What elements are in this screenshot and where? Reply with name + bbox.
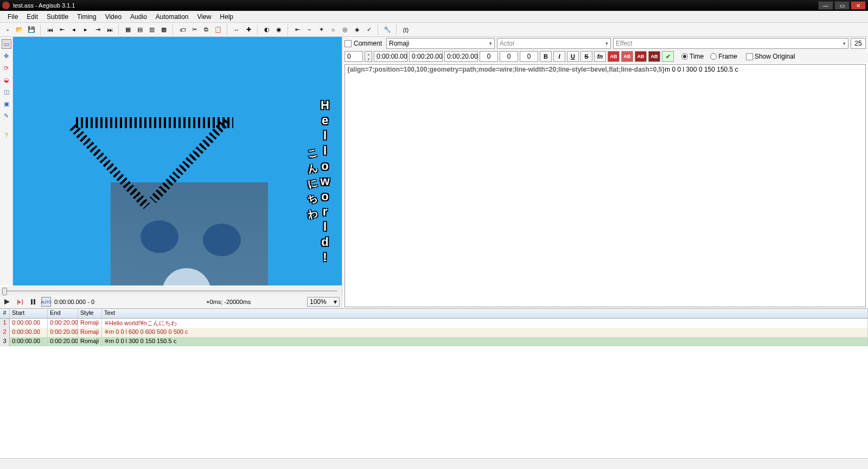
auto3-button[interactable]: ✶ xyxy=(316,24,327,35)
outline-color-button[interactable]: AB xyxy=(635,51,647,62)
jump-keyframe-fwd-button[interactable]: ⇥ xyxy=(92,24,103,35)
close-button[interactable]: ✕ xyxy=(851,1,866,10)
assist2-button[interactable]: ◉ xyxy=(273,24,284,35)
start-time-input[interactable]: 0:00:00.00 xyxy=(374,51,407,62)
col-end[interactable]: End xyxy=(48,309,78,318)
subtitle-text-input[interactable]: {align=7;position=100,100;geometry=path;… xyxy=(344,64,866,307)
show-original-checkbox[interactable] xyxy=(746,53,753,60)
margin-l-input[interactable]: 0 xyxy=(480,51,498,62)
commit-button[interactable]: ✔ xyxy=(662,51,674,62)
menu-subtitle[interactable]: Subtitle xyxy=(42,12,73,22)
table-row[interactable]: 30:00:00.000:00:20.00Romaji※m 0 0 l 300 … xyxy=(0,337,868,346)
layer-input[interactable]: 0 xyxy=(344,51,363,62)
step-back-button[interactable]: ◂ xyxy=(68,24,79,35)
play-button[interactable] xyxy=(2,297,12,307)
primary-color-button[interactable]: AB xyxy=(608,51,620,62)
open-button[interactable]: 📂 xyxy=(14,24,25,35)
col-text[interactable]: Text xyxy=(102,309,868,318)
menu-timing[interactable]: Timing xyxy=(73,12,101,22)
margin-r-input[interactable]: 0 xyxy=(500,51,518,62)
irc-button[interactable]: (t) xyxy=(400,24,411,35)
actor-combo[interactable]: Actor▾ xyxy=(497,38,611,49)
vtool-help[interactable]: ? xyxy=(2,130,11,140)
menu-view[interactable]: View xyxy=(193,12,216,22)
paste-button[interactable]: 📋 xyxy=(213,24,224,35)
secondary-color-button[interactable]: AB xyxy=(621,51,633,62)
time-radio[interactable] xyxy=(681,53,688,60)
frame-radio[interactable] xyxy=(710,53,717,60)
auto2-button[interactable]: ~ xyxy=(304,24,315,35)
grid4-button[interactable]: ▩ xyxy=(158,24,169,35)
menu-help[interactable]: Help xyxy=(215,12,238,22)
strike-button[interactable]: S xyxy=(580,51,592,62)
shadow-color-button[interactable]: AB xyxy=(648,51,660,62)
menu-edit[interactable]: Edit xyxy=(22,12,42,22)
zoom-select[interactable]: 100% ▾ xyxy=(307,297,340,307)
layer-spinner[interactable]: ▴▾ xyxy=(365,51,372,62)
save-button[interactable]: 💾 xyxy=(26,24,37,35)
main-toolbar: ▫📂💾⏮⇤◂▸⇥⏭▦▤▥▩🏷✂⧉📋↔✚◐◉⇤~✶○◎◈✓🔧(t) xyxy=(0,23,868,37)
toolbar-separator xyxy=(257,24,258,35)
grid2-button[interactable]: ▤ xyxy=(135,24,145,35)
style-combo[interactable]: Romaji▾ xyxy=(386,38,495,49)
seek-thumb[interactable] xyxy=(2,288,7,295)
underline-button[interactable]: U xyxy=(567,51,579,62)
options-button[interactable]: 🔧 xyxy=(382,24,393,35)
pause-button[interactable] xyxy=(28,297,38,307)
menu-video[interactable]: Video xyxy=(101,12,126,22)
grid-body[interactable]: 10:00:00.000:00:20.00Romaji※Hello world!… xyxy=(0,319,868,437)
shift-button[interactable]: ↔ xyxy=(231,24,242,35)
menu-automation[interactable]: Automation xyxy=(151,12,193,22)
maximize-button[interactable]: ▭ xyxy=(834,1,850,10)
vtool-cross[interactable]: ✥ xyxy=(2,51,11,61)
grid3-button[interactable]: ▥ xyxy=(146,24,157,35)
col-num[interactable]: # xyxy=(0,309,10,318)
video-seek-slider[interactable] xyxy=(0,287,342,295)
step-fwd-button[interactable]: ▸ xyxy=(80,24,91,35)
comment-checkbox[interactable] xyxy=(344,40,352,47)
auto1-button[interactable]: ⇤ xyxy=(292,24,303,35)
table-row[interactable]: 20:00:00.000:00:20.00Romaji※m 0 0 l 600 … xyxy=(0,328,868,337)
auto7-button[interactable]: ✓ xyxy=(363,24,374,35)
jump-end-button[interactable]: ⏭ xyxy=(104,24,115,35)
style-mgr-button[interactable]: ✚ xyxy=(243,24,254,35)
minimize-button[interactable]: — xyxy=(818,1,833,10)
auto5-button[interactable]: ◎ xyxy=(340,24,350,35)
grid1-button[interactable]: ▦ xyxy=(123,24,133,35)
autoscroll-button[interactable]: AUTO xyxy=(41,297,51,307)
end-time-input[interactable]: 0:00:20.00 xyxy=(409,51,443,62)
vtool-clip-rect[interactable]: ▣ xyxy=(2,99,11,109)
margin-v-input[interactable]: 0 xyxy=(520,51,538,62)
vtool-rotate-xy[interactable]: ◒ xyxy=(2,75,11,85)
table-row[interactable]: 10:00:00.000:00:20.00Romaji※Hello world!… xyxy=(0,319,868,328)
menu-audio[interactable]: Audio xyxy=(126,12,151,22)
toolbar-separator xyxy=(378,24,379,35)
vtool-clip-vec[interactable]: ✎ xyxy=(2,111,11,121)
jump-start-button[interactable]: ⏮ xyxy=(44,24,55,35)
cut-button[interactable]: ✂ xyxy=(189,24,200,35)
vtool-rotate-z[interactable]: ⟳ xyxy=(2,63,11,73)
effect-combo[interactable]: Effect▾ xyxy=(613,38,848,49)
font-button[interactable]: fn xyxy=(594,51,606,62)
menu-file[interactable]: File xyxy=(3,12,22,22)
play-line-button[interactable]: [▸] xyxy=(15,297,25,307)
vtool-pointer[interactable]: ▭ xyxy=(2,39,11,49)
margin-box[interactable]: 25 xyxy=(851,38,866,49)
geometry-path xyxy=(76,117,233,128)
comment-label: Comment xyxy=(354,40,382,47)
window-title: test.ass - Aegisub 3.1.1 xyxy=(13,2,818,9)
italic-button[interactable]: I xyxy=(553,51,565,62)
col-style[interactable]: Style xyxy=(78,309,102,318)
video-preview[interactable]: Helloworld! こんにちわ xyxy=(13,37,342,286)
jump-keyframe-back-button[interactable]: ⇤ xyxy=(56,24,67,35)
copy-button[interactable]: ⧉ xyxy=(201,24,212,35)
assist1-button[interactable]: ◐ xyxy=(261,24,272,35)
new-button[interactable]: ▫ xyxy=(2,24,13,35)
auto4-button[interactable]: ○ xyxy=(328,24,339,35)
col-start[interactable]: Start xyxy=(10,309,48,318)
auto6-button[interactable]: ◈ xyxy=(352,24,362,35)
duration-input[interactable]: 0:00:20.00 xyxy=(444,51,478,62)
tag-button[interactable]: 🏷 xyxy=(177,24,188,35)
bold-button[interactable]: B xyxy=(540,51,552,62)
vtool-scale[interactable]: ◫ xyxy=(2,87,11,97)
